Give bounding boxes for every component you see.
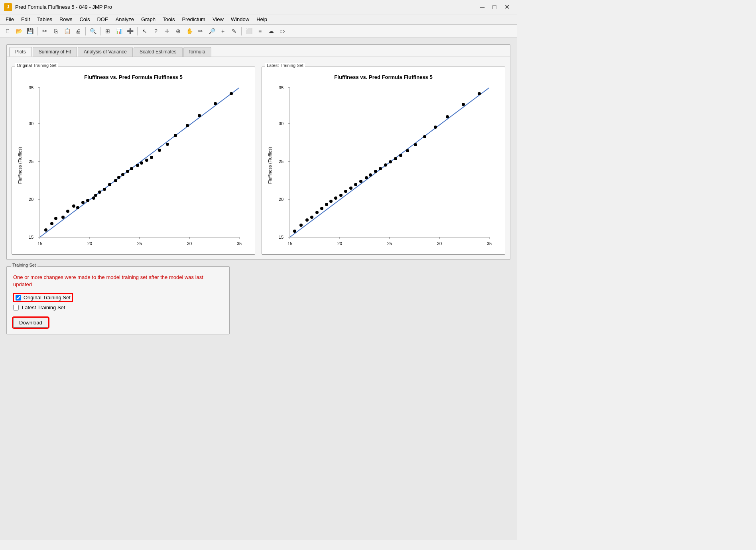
svg-point-51 bbox=[186, 124, 189, 127]
original-training-set-checkbox[interactable] bbox=[16, 295, 21, 301]
chart-group-original: Original Training Set Fluffiness vs. Pre… bbox=[12, 67, 255, 255]
svg-text:35: 35 bbox=[279, 85, 284, 90]
toolbar-cloud[interactable]: ☁ bbox=[266, 26, 276, 36]
toolbar-sep-2 bbox=[85, 27, 86, 35]
svg-point-43 bbox=[130, 167, 133, 170]
menu-doe[interactable]: DOE bbox=[94, 15, 111, 24]
svg-point-99 bbox=[389, 160, 392, 163]
svg-text:25: 25 bbox=[137, 241, 142, 246]
toolbar: 🗋 📂 💾 ✂ ⎘ 📋 🖨 🔍 ⊞ 📊 ➕ ↖ ? ✛ ⊕ ✋ ✏ 🔎 + ✎ … bbox=[0, 25, 517, 38]
svg-text:25: 25 bbox=[29, 159, 33, 164]
toolbar-brush[interactable]: ✏ bbox=[195, 26, 206, 36]
toolbar-cut[interactable]: ✂ bbox=[39, 26, 50, 36]
svg-point-25 bbox=[44, 228, 47, 232]
tab-scaled-estimates[interactable]: Scaled Estimates bbox=[134, 47, 183, 57]
latest-training-set-row: Latest Training Set bbox=[13, 304, 223, 310]
svg-point-81 bbox=[299, 224, 303, 227]
toolbar-open[interactable]: 📂 bbox=[14, 26, 24, 36]
menu-predictum[interactable]: Predictum bbox=[179, 15, 209, 24]
svg-point-90 bbox=[344, 190, 347, 193]
svg-text:Fluffiness (Fluffies): Fluffiness (Fluffies) bbox=[18, 147, 22, 184]
plots-area: Original Training Set Fluffiness vs. Pre… bbox=[7, 57, 510, 259]
svg-text:30: 30 bbox=[29, 121, 33, 126]
warning-text: One or more changes were made to the mod… bbox=[13, 274, 205, 288]
title-bar: J Pred Formula Fluffiness 5 - 849 - JMP … bbox=[0, 0, 517, 14]
menu-window[interactable]: Window bbox=[228, 15, 252, 24]
svg-text:30: 30 bbox=[279, 121, 284, 126]
menu-tables[interactable]: Tables bbox=[34, 15, 55, 24]
toolbar-paste[interactable]: 📋 bbox=[62, 26, 72, 36]
title-bar-controls[interactable]: ─ □ ✕ bbox=[477, 2, 513, 12]
toolbar-search[interactable]: 🔍 bbox=[88, 26, 98, 36]
svg-point-33 bbox=[86, 199, 89, 202]
svg-text:15: 15 bbox=[37, 241, 42, 246]
svg-text:20: 20 bbox=[279, 197, 284, 202]
training-set-panel-label: Training Set bbox=[11, 263, 37, 267]
analysis-panel: Plots Summary of Fit Analysis of Varianc… bbox=[6, 44, 510, 260]
window-title: Pred Formula Fluffiness 5 - 849 - JMP Pr… bbox=[15, 4, 112, 10]
toolbar-chart[interactable]: 📊 bbox=[114, 26, 124, 36]
toolbar-sep-4 bbox=[137, 27, 138, 35]
tab-formula[interactable]: formula bbox=[183, 47, 211, 57]
toolbar-print[interactable]: 🖨 bbox=[73, 26, 83, 36]
menu-bar: File Edit Tables Rows Cols DOE Analyze G… bbox=[0, 14, 517, 25]
toolbar-pan[interactable]: ✋ bbox=[184, 26, 195, 36]
svg-point-31 bbox=[76, 206, 79, 209]
svg-point-92 bbox=[354, 183, 357, 186]
toolbar-lines[interactable]: ≡ bbox=[255, 26, 265, 36]
svg-text:20: 20 bbox=[337, 241, 342, 246]
original-training-set-label: Original Training Set bbox=[15, 63, 58, 68]
tab-summary-of-fit[interactable]: Summary of Fit bbox=[33, 47, 77, 57]
download-button[interactable]: Download bbox=[13, 318, 48, 328]
toolbar-add[interactable]: ➕ bbox=[125, 26, 135, 36]
svg-text:Pred Formula Fluffiness 5: Pred Formula Fluffiness 5 bbox=[364, 248, 415, 249]
svg-text:25: 25 bbox=[279, 159, 284, 164]
toolbar-help[interactable]: ? bbox=[151, 26, 161, 36]
toolbar-grid[interactable]: ⊞ bbox=[102, 26, 113, 36]
scatter-plot-left[interactable]: 15 20 25 30 35 Fluffi bbox=[16, 82, 247, 249]
latest-training-set-label: Latest Training Set bbox=[265, 63, 305, 68]
toolbar-pointer[interactable]: ↖ bbox=[140, 26, 150, 36]
svg-text:Pred Formula Fluffiness 5: Pred Formula Fluffiness 5 bbox=[114, 248, 165, 249]
toolbar-ellipse[interactable]: ⬭ bbox=[277, 26, 287, 36]
menu-help[interactable]: Help bbox=[253, 15, 270, 24]
menu-rows[interactable]: Rows bbox=[56, 15, 76, 24]
svg-point-107 bbox=[462, 103, 465, 106]
toolbar-new[interactable]: 🗋 bbox=[2, 26, 13, 36]
menu-analyze[interactable]: Analyze bbox=[112, 15, 137, 24]
toolbar-zoom[interactable]: 🔎 bbox=[207, 26, 217, 36]
menu-view[interactable]: View bbox=[209, 15, 227, 24]
toolbar-copy[interactable]: ⎘ bbox=[51, 26, 61, 36]
svg-point-45 bbox=[140, 161, 143, 165]
toolbar-target[interactable]: ⊕ bbox=[173, 26, 183, 36]
tab-analysis-of-variance[interactable]: Analysis of Variance bbox=[78, 47, 133, 57]
toolbar-crosshair[interactable]: ✛ bbox=[162, 26, 172, 36]
toolbar-pencil[interactable]: ✎ bbox=[229, 26, 239, 36]
menu-cols[interactable]: Cols bbox=[76, 15, 93, 24]
menu-graph[interactable]: Graph bbox=[138, 15, 159, 24]
menu-file[interactable]: File bbox=[2, 15, 17, 24]
menu-edit[interactable]: Edit bbox=[18, 15, 33, 24]
toolbar-text-box[interactable]: ⬜ bbox=[244, 26, 254, 36]
svg-point-94 bbox=[365, 176, 368, 179]
latest-training-set-checkbox[interactable] bbox=[13, 305, 19, 310]
svg-point-49 bbox=[166, 143, 169, 146]
minimize-button[interactable]: ─ bbox=[477, 2, 488, 12]
svg-point-101 bbox=[399, 154, 402, 157]
toolbar-sep-3 bbox=[100, 27, 100, 35]
toolbar-zoom-in[interactable]: + bbox=[218, 26, 228, 36]
svg-point-42 bbox=[126, 170, 129, 173]
svg-point-48 bbox=[158, 149, 161, 152]
scatter-plot-right[interactable]: 15 20 25 30 35 Fluffi bbox=[266, 82, 497, 249]
app-icon: J bbox=[4, 3, 12, 11]
svg-point-28 bbox=[61, 216, 65, 219]
toolbar-sep-1 bbox=[37, 27, 37, 35]
close-button[interactable]: ✕ bbox=[501, 2, 513, 12]
maximize-button[interactable]: □ bbox=[489, 2, 500, 12]
toolbar-save[interactable]: 💾 bbox=[25, 26, 35, 36]
chart-container-right: Fluffiness vs. Pred Formula Fluffiness 5… bbox=[262, 70, 505, 254]
menu-tools[interactable]: Tools bbox=[159, 15, 178, 24]
svg-point-27 bbox=[54, 217, 57, 220]
tab-plots[interactable]: Plots bbox=[9, 47, 32, 57]
main-content: Plots Summary of Fit Analysis of Varianc… bbox=[0, 38, 517, 540]
